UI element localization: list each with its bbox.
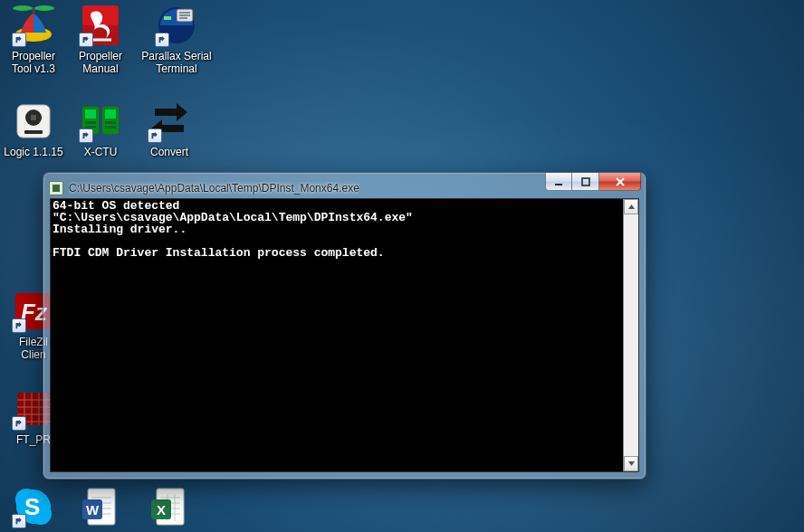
svg-rect-18 <box>85 109 96 119</box>
svg-text:S: S <box>24 493 40 520</box>
vertical-scrollbar[interactable] <box>623 199 638 471</box>
window-titlebar[interactable]: C:\Users\csavage\AppData\Local\Temp\DPIn… <box>49 178 640 198</box>
svg-text:X: X <box>157 502 166 518</box>
shortcut-arrow-icon <box>12 33 26 47</box>
convert-arrows-icon <box>148 100 191 143</box>
desktop-icon-propeller-tool[interactable]: Propeller Tool v1.3 <box>0 4 67 75</box>
scroll-up-button[interactable] <box>624 199 638 214</box>
desktop-icon-parallax-serial-terminal[interactable]: Parallax Serial Terminal <box>136 4 217 75</box>
shortcut-arrow-icon <box>79 33 93 47</box>
shortcut-arrow-icon <box>12 416 26 431</box>
svg-rect-53 <box>555 184 562 185</box>
shortcut-arrow-icon <box>148 128 162 143</box>
svg-rect-7 <box>164 16 171 20</box>
window-client-area: 64-bit OS detected "C:\Users\csavage\App… <box>50 198 639 472</box>
desktop-icon-convert[interactable]: Convert <box>136 100 203 158</box>
logic-analyzer-icon <box>12 100 55 143</box>
desktop-icon-excel-doc[interactable]: X <box>136 485 203 531</box>
excel-doc-icon: X <box>148 485 191 528</box>
svg-rect-24 <box>105 126 116 128</box>
svg-rect-54 <box>582 178 589 185</box>
shortcut-arrow-icon <box>12 514 26 528</box>
svg-rect-23 <box>105 121 116 124</box>
desktop-icon-propeller-manual[interactable]: Propeller Manual <box>67 4 134 75</box>
desktop-icon-label: X-CTU <box>84 146 118 158</box>
svg-rect-16 <box>24 130 43 134</box>
skype-icon: S <box>12 485 55 528</box>
svg-point-2 <box>13 5 33 11</box>
propeller-hat-icon <box>12 4 55 47</box>
serial-terminal-icon <box>155 4 198 47</box>
desktop-icon-skype[interactable]: S <box>0 485 67 531</box>
command-prompt-window[interactable]: C:\Users\csavage\AppData\Local\Temp\DPIn… <box>43 172 646 480</box>
console-app-icon <box>49 181 63 195</box>
scroll-down-button[interactable] <box>624 456 638 471</box>
scrollbar-track[interactable] <box>624 214 638 456</box>
desktop-icon-word-doc[interactable]: W <box>67 485 134 531</box>
shortcut-arrow-icon <box>12 318 26 333</box>
svg-text:W: W <box>86 502 100 518</box>
svg-rect-22 <box>105 109 116 119</box>
window-title: C:\Users\csavage\AppData\Local\Temp\DPIn… <box>69 182 359 195</box>
desktop-icon-label: Parallax Serial Terminal <box>141 50 211 75</box>
maximize-button[interactable] <box>572 173 599 191</box>
shortcut-arrow-icon <box>155 33 169 47</box>
desktop-icon-label: Propeller Manual <box>79 50 122 75</box>
svg-rect-19 <box>85 121 96 124</box>
desktop-icon-label: Logic 1.1.15 <box>4 146 62 158</box>
desktop-icon-label: Convert <box>150 146 188 158</box>
desktop-icon-label: Propeller Tool v1.3 <box>12 50 55 75</box>
shortcut-arrow-icon <box>79 128 93 143</box>
minimize-button[interactable] <box>545 173 572 191</box>
xctu-icon <box>79 100 122 143</box>
desktop-icon-xctu[interactable]: X-CTU <box>67 100 134 158</box>
pdf-icon <box>79 4 122 47</box>
svg-point-3 <box>34 5 54 11</box>
close-button[interactable] <box>599 173 641 191</box>
console-output: 64-bit OS detected "C:\Users\csavage\App… <box>51 199 623 471</box>
svg-rect-15 <box>31 115 36 120</box>
word-doc-icon: W <box>79 485 122 528</box>
desktop-icon-logic[interactable]: Logic 1.1.15 <box>0 100 67 158</box>
